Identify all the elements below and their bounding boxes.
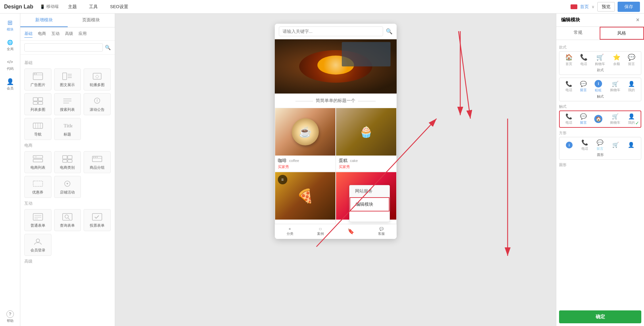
main-layout: ⊞ 模块 🌐 全局 </> 代码 👤 会员 ? 帮助 新增模块 页面模块 基础 … — [0, 14, 644, 326]
tab-page-module[interactable]: 页面模块 — [68, 14, 115, 27]
carousel-icon — [91, 72, 103, 81]
confirm-button[interactable]: 确定 — [559, 310, 641, 323]
search-icon[interactable]: 🔍 — [105, 45, 111, 50]
module-item-query[interactable]: 查询表单 — [54, 209, 81, 231]
style-4-cart[interactable]: 🛒 — [612, 142, 619, 149]
style-selected-cart[interactable]: 🛒 购物车 — [610, 113, 620, 125]
style-4-phone[interactable]: 📞 电话 — [581, 139, 588, 151]
sub-tab-advanced[interactable]: 高级 — [65, 30, 73, 38]
product-menu-icon[interactable]: ≡ — [278, 175, 287, 184]
bottom-nav-category[interactable]: ≡ 分类 — [287, 227, 293, 236]
left-sidebar: ⊞ 模块 🌐 全局 </> 代码 👤 会员 ? 帮助 — [0, 14, 20, 326]
nav-icon — [32, 121, 44, 130]
query-icon — [61, 212, 73, 222]
sidebar-item-code[interactable]: </> 代码 — [0, 56, 20, 74]
save-button[interactable]: 保存 — [618, 2, 640, 12]
sidebar-item-help[interactable]: ? 帮助 — [0, 308, 20, 326]
sub-tab-basic[interactable]: 基础 — [24, 30, 32, 38]
device-selector[interactable]: 📱 移动端 — [40, 4, 59, 9]
module-item-form[interactable]: 普通表单 — [24, 209, 51, 231]
product-price-cake: 买家秀 — [339, 164, 394, 169]
style-selected-mine[interactable]: 👤 我的 — [628, 113, 635, 125]
style-row4-label: 圆形 — [561, 152, 639, 157]
bottom-nav-case[interactable]: □ 案例 — [317, 227, 324, 236]
sub-tab-app[interactable]: 应用 — [79, 30, 87, 38]
style-item-phone2[interactable]: 📞 电话 — [565, 81, 572, 93]
style-4-mine[interactable]: 👤 — [628, 142, 635, 149]
module-item-ecommerce-list[interactable]: 电商列表 — [24, 151, 51, 173]
module-item-imgtext[interactable]: 图文展示 — [54, 68, 81, 90]
svg-rect-38 — [33, 213, 43, 220]
module-item-notice[interactable]: 滚动公告 — [84, 93, 111, 115]
global-icon: 🌐 — [6, 39, 14, 46]
bottom-nav-bookmark[interactable]: 🔖 — [348, 228, 354, 235]
product-info-cake: 蛋糕 cake 买家秀 — [336, 156, 396, 171]
style-item-cart[interactable]: 🛒 购物车 — [595, 54, 605, 66]
style-4-info[interactable]: i — [566, 142, 573, 149]
phone-search-icon[interactable]: 🔍 — [386, 28, 393, 35]
phone-search-input[interactable] — [279, 26, 383, 36]
product-item-coffee[interactable]: ☕ 咖啡 coffee 买家秀 — [275, 108, 336, 172]
login-label: 会员登录 — [30, 248, 45, 253]
nav-tools[interactable]: 工具 — [86, 4, 101, 10]
style-item-balance[interactable]: ⭐ 余额 — [613, 54, 620, 66]
sidebar-item-global[interactable]: 🌐 全局 — [0, 36, 20, 54]
product-group-icon — [91, 154, 103, 164]
module-item-ecommerce-cat[interactable]: 电商类别 — [54, 151, 81, 173]
sub-tab-ecommerce[interactable]: 电商 — [38, 30, 46, 38]
module-item-carousel[interactable]: 轮播多图 — [84, 68, 111, 90]
style-item-mine[interactable]: 👤 我的 — [628, 81, 635, 93]
tab-new-module[interactable]: 新增模块 — [20, 14, 68, 27]
sub-tab-interactive[interactable]: 互动 — [51, 30, 60, 38]
global-label: 全局 — [7, 47, 14, 52]
tab-normal[interactable]: 常规 — [556, 27, 600, 40]
nav-seo[interactable]: SEO设置 — [107, 4, 131, 10]
style-item-message2[interactable]: 💬 留言 — [580, 81, 587, 93]
style-selected-phone[interactable]: 📞 电话 — [565, 113, 572, 125]
close-icon[interactable]: × — [636, 17, 639, 23]
right-panel: 编辑模块 × 常规 风格 款式 🏠 首页 📞 电话 — [556, 14, 644, 326]
style-item-message[interactable]: 💬 留言 — [628, 54, 635, 66]
preview-button[interactable]: 预览 — [597, 2, 615, 12]
style-selected-message[interactable]: 💬 留言 — [580, 113, 587, 125]
search-input[interactable] — [24, 43, 103, 52]
module-item-list[interactable]: 列表多图 — [24, 93, 51, 115]
module-item-nav[interactable]: 导航 — [24, 118, 51, 140]
module-item-login[interactable]: 会员登录 — [24, 234, 51, 256]
nav-theme[interactable]: 主题 — [65, 4, 80, 10]
module-item-coupon[interactable]: 优惠券 — [24, 176, 51, 198]
sidebar-item-module[interactable]: ⊞ 模块 — [0, 16, 20, 35]
module-item-vote[interactable]: 投票表单 — [84, 209, 111, 231]
bottom-nav-service[interactable]: 💬 客服 — [378, 227, 385, 236]
style-item-phone[interactable]: 📞 电话 — [580, 54, 587, 66]
module-sub-tabs: 基础 电商 互动 高级 应用 — [20, 27, 115, 41]
popup-edit-module[interactable]: 编辑模块 — [350, 197, 390, 211]
style-item-home[interactable]: 🏠 首页 — [565, 54, 573, 66]
home-link[interactable]: 首页 — [580, 4, 589, 10]
query-label: 查询表单 — [60, 223, 75, 228]
dropdown-arrow[interactable]: ∨ — [592, 4, 595, 9]
style-selected-home[interactable]: 🏠 — [594, 115, 602, 124]
module-item-activity[interactable]: 店铺活动 — [54, 176, 81, 198]
service-label: 客服 — [378, 231, 385, 236]
style-item-info[interactable]: i 旺旺 — [595, 80, 602, 93]
module-item-searchlist[interactable]: 搜索列表 — [54, 93, 81, 115]
svg-point-33 — [93, 157, 94, 158]
sidebar-item-member[interactable]: 👤 会员 — [0, 75, 20, 94]
ecom-list-label: 电商列表 — [30, 165, 45, 170]
module-label: 模块 — [7, 27, 14, 32]
style-item-cart2[interactable]: 🛒 购物车 — [610, 81, 620, 93]
module-item-product-group[interactable]: 商品分组 — [84, 151, 111, 173]
product-item-cake[interactable]: 🧁 蛋糕 cake 买家秀 — [336, 108, 397, 172]
module-item-title[interactable]: Title 标题 — [54, 118, 81, 140]
bookmark-icon: 🔖 — [348, 228, 354, 235]
tab-style[interactable]: 风格 — [600, 27, 644, 40]
flag-icon — [571, 4, 577, 9]
svg-rect-42 — [63, 213, 72, 220]
product-item-pizza[interactable]: ≡ 🍕 — [275, 172, 336, 224]
module-item-ad[interactable]: 广告图片 — [24, 68, 51, 90]
style-section-label-1: 款式 — [559, 45, 641, 50]
svg-rect-11 — [33, 102, 38, 104]
svg-rect-36 — [33, 181, 43, 186]
style-4-message[interactable]: 💬 留言 — [597, 139, 603, 151]
